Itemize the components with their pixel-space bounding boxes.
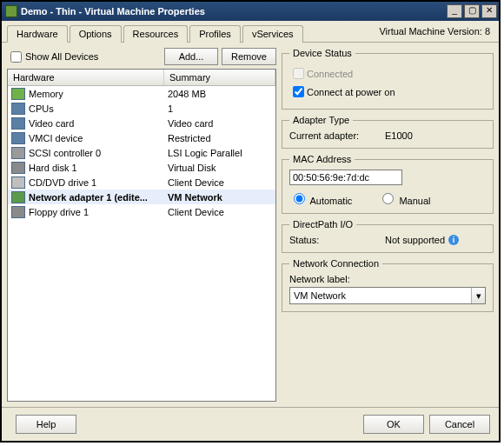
- network-label-text: Network label:: [289, 274, 486, 284]
- connected-label: Connected: [307, 69, 353, 79]
- network-connection-legend: Network Connection: [289, 258, 382, 269]
- row-hardware: CPUs: [29, 103, 168, 114]
- device-icon: [11, 206, 25, 218]
- adapter-type-value: E1000: [385, 130, 413, 141]
- cancel-button[interactable]: Cancel: [429, 415, 490, 434]
- tab-profiles[interactable]: Profiles: [189, 25, 241, 43]
- directpath-label: Status:: [289, 235, 385, 245]
- device-icon: [11, 162, 25, 174]
- tab-resources[interactable]: Resources: [123, 25, 189, 43]
- table-row[interactable]: CPUs1: [8, 101, 275, 116]
- app-icon: [5, 5, 17, 17]
- row-hardware: Network adapter 1 (edite...: [29, 192, 168, 203]
- right-panel: Device Status Connected Connect at power…: [282, 48, 494, 402]
- maximize-button[interactable]: ▢: [464, 4, 480, 18]
- row-summary: LSI Logic Parallel: [168, 148, 272, 158]
- mac-auto-label: Automatic: [309, 196, 352, 206]
- titlebar: Demo - Thin - Virtual Machine Properties…: [2, 2, 499, 21]
- table-row[interactable]: CD/DVD drive 1Client Device: [8, 175, 275, 190]
- mac-address-legend: MAC Address: [289, 154, 355, 164]
- table-row[interactable]: Video cardVideo card: [8, 116, 275, 130]
- adapter-type-legend: Adapter Type: [289, 115, 353, 125]
- directpath-group: DirectPath I/O Status: Not supported i: [282, 219, 494, 253]
- row-summary: 2048 MB: [168, 89, 272, 99]
- col-hardware[interactable]: Hardware: [8, 70, 164, 85]
- table-row[interactable]: Hard disk 1Virtual Disk: [8, 160, 275, 175]
- table-row[interactable]: Network adapter 1 (edite...VM Network: [8, 190, 275, 204]
- row-hardware: VMCI device: [29, 133, 168, 143]
- table-row[interactable]: Memory2048 MB: [8, 86, 275, 101]
- device-icon: [11, 88, 25, 100]
- remove-button[interactable]: Remove: [222, 48, 276, 65]
- row-hardware: Video card: [29, 118, 168, 129]
- row-summary: Video card: [168, 118, 272, 129]
- directpath-legend: DirectPath I/O: [289, 219, 356, 230]
- device-icon: [11, 191, 25, 203]
- left-panel: Show All Devices Add... Remove Hardware …: [7, 48, 276, 402]
- connected-checkbox: [293, 68, 304, 79]
- row-summary: 1: [168, 103, 272, 114]
- mac-address-input[interactable]: [289, 170, 402, 185]
- tab-options[interactable]: Options: [70, 25, 122, 43]
- help-button[interactable]: Help: [16, 415, 76, 434]
- table-row[interactable]: Floppy drive 1Client Device: [8, 204, 275, 219]
- add-button[interactable]: Add...: [164, 48, 218, 65]
- close-button[interactable]: ✕: [481, 4, 497, 18]
- device-status-group: Device Status Connected Connect at power…: [282, 48, 494, 110]
- device-icon: [11, 176, 25, 189]
- tab-vservices[interactable]: vServices: [242, 25, 303, 43]
- row-hardware: Floppy drive 1: [29, 207, 168, 217]
- row-summary: Virtual Disk: [168, 163, 272, 173]
- device-icon: [11, 132, 25, 144]
- row-hardware: Memory: [29, 89, 168, 99]
- vm-properties-window: Demo - Thin - Virtual Machine Properties…: [0, 0, 501, 443]
- chevron-down-icon[interactable]: ▾: [471, 288, 485, 303]
- row-summary: Client Device: [168, 207, 272, 217]
- mac-auto-option[interactable]: Automatic: [289, 190, 352, 206]
- network-label-value: VM Network: [290, 290, 471, 301]
- row-hardware: SCSI controller 0: [29, 148, 168, 158]
- tab-hardware[interactable]: Hardware: [7, 25, 68, 43]
- device-icon: [11, 147, 25, 159]
- device-status-legend: Device Status: [289, 48, 355, 58]
- grid-body: Memory2048 MBCPUs1Video cardVideo cardVM…: [8, 86, 275, 401]
- connect-poweron-label: Connect at power on: [307, 87, 395, 97]
- mac-manual-radio[interactable]: [382, 193, 394, 204]
- network-label-combo[interactable]: VM Network ▾: [289, 287, 486, 304]
- content-area: Show All Devices Add... Remove Hardware …: [2, 43, 499, 407]
- row-hardware: Hard disk 1: [29, 163, 168, 173]
- mac-address-group: MAC Address Automatic Manual: [282, 154, 494, 214]
- row-summary: Restricted: [168, 133, 272, 143]
- grid-header: Hardware Summary: [8, 70, 275, 86]
- show-all-label: Show All Devices: [25, 51, 98, 62]
- show-all-checkbox[interactable]: [10, 51, 22, 63]
- connect-poweron-checkbox[interactable]: [293, 86, 304, 97]
- row-summary: VM Network: [168, 192, 272, 203]
- adapter-type-label: Current adapter:: [289, 130, 385, 141]
- vm-version-label: Virtual Machine Version: 8: [379, 26, 490, 37]
- directpath-value: Not supported: [385, 235, 445, 245]
- mac-manual-label: Manual: [399, 196, 430, 206]
- window-controls: _ ▢ ✕: [447, 4, 497, 18]
- table-row[interactable]: VMCI deviceRestricted: [8, 130, 275, 145]
- device-icon: [11, 117, 25, 130]
- ok-button[interactable]: OK: [363, 415, 424, 434]
- mac-auto-radio[interactable]: [294, 193, 305, 204]
- device-toolbar: Show All Devices Add... Remove: [7, 48, 276, 65]
- tab-bar: Hardware Options Resources Profiles vSer…: [2, 21, 499, 43]
- window-title: Demo - Thin - Virtual Machine Properties: [21, 6, 447, 17]
- network-connection-group: Network Connection Network label: VM Net…: [282, 258, 494, 312]
- adapter-type-group: Adapter Type Current adapter: E1000: [282, 115, 494, 149]
- mac-manual-option[interactable]: Manual: [378, 190, 430, 206]
- device-icon: [11, 103, 25, 115]
- minimize-button[interactable]: _: [447, 4, 462, 18]
- col-summary[interactable]: Summary: [164, 70, 275, 85]
- row-hardware: CD/DVD drive 1: [29, 177, 168, 188]
- hardware-grid: Hardware Summary Memory2048 MBCPUs1Video…: [7, 69, 276, 402]
- dialog-buttons: Help OK Cancel: [2, 407, 499, 441]
- table-row[interactable]: SCSI controller 0LSI Logic Parallel: [8, 145, 275, 160]
- info-icon[interactable]: i: [448, 235, 459, 245]
- row-summary: Client Device: [168, 177, 272, 188]
